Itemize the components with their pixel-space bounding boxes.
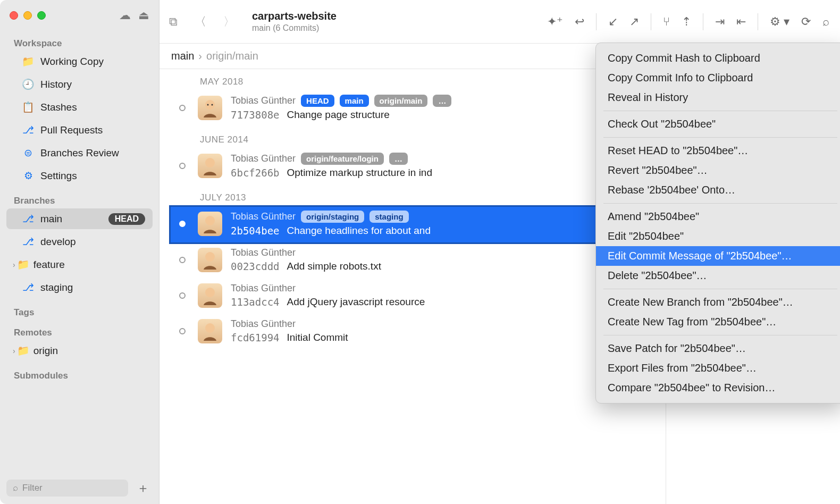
ref-tag[interactable]: staging <box>369 211 408 223</box>
sidebar-section-tags: Tags <box>0 304 159 319</box>
context-menu-item[interactable]: Create New Branch from "2b504bee"… <box>596 292 840 312</box>
ref-tag[interactable]: origin/main <box>374 95 428 107</box>
review-icon: ⊜ <box>22 147 34 159</box>
rebase-icon[interactable]: ⇡ <box>682 15 691 29</box>
sidebar-item-working-copy[interactable]: 📁Working Copy <box>6 51 153 72</box>
context-menu-item[interactable]: Copy Commit Info to Clipboard <box>596 68 840 88</box>
sidebar-branch-feature[interactable]: ›📁feature <box>6 254 153 275</box>
breadcrumb-branch[interactable]: origin/main <box>206 50 258 62</box>
undo-icon[interactable]: ↩︎ <box>575 15 584 29</box>
sidebar-branch-develop[interactable]: ⎇develop <box>6 231 153 252</box>
sidebar-section-branches: Branches <box>0 192 159 207</box>
ref-tag[interactable]: origin/staging <box>301 211 364 223</box>
cloud-icon[interactable]: ☁︎ <box>119 9 131 22</box>
separator <box>758 13 758 30</box>
commit-hash: 6bcf266b <box>231 167 280 179</box>
context-menu-item[interactable]: Compare "2b504bee" to Revision… <box>596 378 840 398</box>
sidebar-remote-origin[interactable]: ›📁origin <box>6 340 153 361</box>
push-icon[interactable]: ↗︎ <box>629 15 639 29</box>
context-menu-item[interactable]: Edit Commit Message of "2b504bee"… <box>596 246 840 266</box>
stash-save-icon[interactable]: ⇥ <box>715 15 725 29</box>
context-menu-item[interactable]: Edit "2b504bee" <box>596 226 840 246</box>
graph-node <box>179 105 186 111</box>
sidebar-item-label: Pull Requests <box>40 124 103 136</box>
date-group-header: JUNE 2014 <box>170 127 666 148</box>
filter-input[interactable]: ⌕Filter <box>6 480 128 497</box>
branch-icon: ⎇ <box>22 213 34 225</box>
context-menu-item[interactable]: Reveal in History <box>596 88 840 107</box>
commit-row[interactable]: Tobias Günther 113adcc4Add jQuery javasc… <box>170 279 660 314</box>
main-pane: ⧉ 〈 〉 carparts-website main (6 Commits) … <box>159 0 840 504</box>
clock-icon: 🕘 <box>22 78 34 90</box>
nav-forward-button[interactable]: 〉 <box>219 12 239 32</box>
context-menu-item[interactable]: Create New Tag from "2b504bee"… <box>596 312 840 332</box>
merge-icon[interactable]: ⑂ <box>663 15 670 29</box>
sidebar-item-branches-review[interactable]: ⊜Branches Review <box>6 142 153 163</box>
commit-author: Tobias Günther <box>231 153 296 164</box>
context-menu-item[interactable]: Amend "2b504bee" <box>596 207 840 226</box>
open-in-finder-button[interactable]: ⧉ <box>165 13 182 31</box>
context-menu-item[interactable]: Export Files from "2b504bee"… <box>596 358 840 378</box>
commit-row[interactable]: Tobias Günther fcd61994Initial Commit <box>170 314 660 350</box>
sidebar-item-label: main <box>40 213 62 225</box>
separator <box>596 13 597 30</box>
sidebar-item-history[interactable]: 🕘History <box>6 74 153 95</box>
more-tags[interactable]: … <box>433 95 451 107</box>
commit-row[interactable]: Tobias Günther origin/feature/login … 6b… <box>170 148 660 185</box>
sidebar-branch-staging[interactable]: ⎇staging <box>6 277 153 298</box>
project-header: carparts-website main (6 Commits) <box>252 10 337 33</box>
sidebar-item-label: Stashes <box>40 102 77 113</box>
minimize-window-button[interactable] <box>23 11 32 20</box>
drive-icon[interactable]: ⏏︎ <box>138 9 149 22</box>
sidebar-item-settings[interactable]: ⚙︎Settings <box>6 165 153 186</box>
ref-tag[interactable]: HEAD <box>301 95 334 107</box>
close-window-button[interactable] <box>10 11 18 20</box>
sidebar-item-pull-requests[interactable]: ⎇Pull Requests <box>6 120 153 140</box>
zoom-window-button[interactable] <box>37 11 46 20</box>
sidebar-branch-main[interactable]: ⎇mainHEAD <box>6 208 153 229</box>
commit-row[interactable]: Tobias Günther HEAD main origin/main … 7… <box>170 90 660 127</box>
svg-point-5 <box>205 252 215 262</box>
sidebar-item-label: feature <box>33 259 65 271</box>
add-button[interactable]: ＋ <box>133 480 153 497</box>
svg-point-1 <box>207 104 209 105</box>
search-icon[interactable]: ⌕ <box>822 15 829 29</box>
context-menu-item[interactable]: Delete "2b504bee"… <box>596 266 840 285</box>
nav-back-button[interactable]: 〈 <box>190 12 211 32</box>
sidebar: ☁︎ ⏏︎ Workspace 📁Working Copy 🕘History 📋… <box>0 0 159 504</box>
commit-row[interactable]: Tobias Günther 0023cdddAdd simple robots… <box>170 243 660 279</box>
context-menu-item[interactable]: Reset HEAD to "2b504bee"… <box>596 141 840 161</box>
toolbar: ⧉ 〈 〉 carparts-website main (6 Commits) … <box>159 0 840 44</box>
more-tags[interactable]: … <box>389 153 408 165</box>
commit-timeline: MAY 2018 Tobias Günther HEAD main origin… <box>159 69 666 504</box>
context-menu-item[interactable]: Rebase '2b504bee' Onto… <box>596 180 840 200</box>
context-menu-item[interactable]: Copy Commit Hash to Clipboard <box>596 48 840 68</box>
sidebar-item-label: origin <box>33 345 58 357</box>
sidebar-item-stashes[interactable]: 📋Stashes <box>6 97 153 117</box>
sidebar-item-label: History <box>40 79 72 90</box>
commit-row-selected[interactable]: Tobias Günther origin/staging staging 2b… <box>170 206 660 243</box>
refresh-icon[interactable]: ⟳ <box>801 15 811 29</box>
filter-icon: ⌕ <box>13 483 18 493</box>
context-menu-item[interactable]: Revert "2b504bee"… <box>596 161 840 180</box>
context-menu-item[interactable]: Check Out "2b504bee" <box>596 114 840 134</box>
graph-node <box>179 257 186 263</box>
clipboard-icon: 📋 <box>22 101 34 113</box>
branch-icon: ⎇ <box>22 281 34 293</box>
magic-icon[interactable]: ✦⁺ <box>547 15 563 29</box>
ref-tag[interactable]: main <box>340 95 369 107</box>
graph-node <box>179 163 186 169</box>
settings-dropdown-icon[interactable]: ⚙︎ ▾ <box>770 15 789 29</box>
pull-icon[interactable]: ↙︎ <box>608 15 618 29</box>
commit-hash: 113adcc4 <box>231 296 280 308</box>
svg-point-2 <box>212 104 213 105</box>
breadcrumb-root[interactable]: main <box>171 50 194 62</box>
stash-apply-icon[interactable]: ⇤ <box>736 15 746 29</box>
context-menu-item[interactable]: Save Patch for "2b504bee"… <box>596 339 840 358</box>
ref-tag[interactable]: origin/feature/login <box>301 153 384 165</box>
date-group-header: JULY 2013 <box>170 185 666 206</box>
breadcrumb-separator: › <box>198 50 202 62</box>
remote-icon: 📁 <box>18 345 29 357</box>
svg-point-4 <box>205 216 215 225</box>
graph-node <box>179 328 186 334</box>
